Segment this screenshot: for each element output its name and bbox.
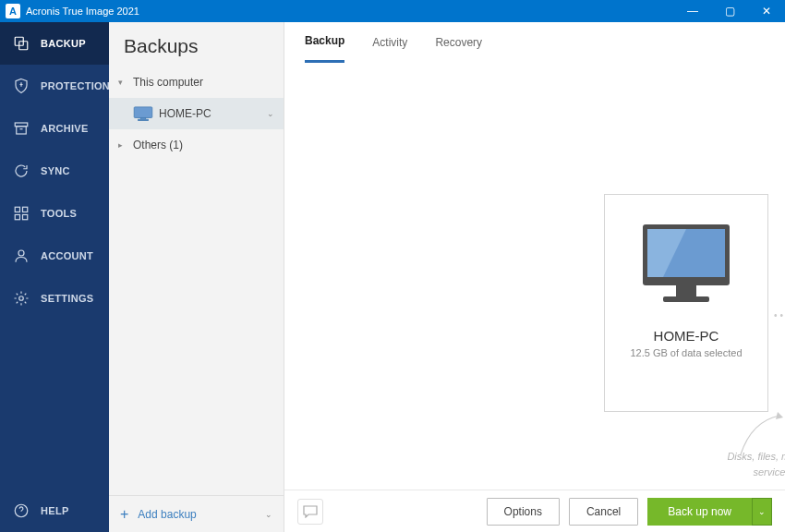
tab-recovery[interactable]: Recovery xyxy=(435,23,482,62)
comment-button[interactable] xyxy=(297,499,323,525)
minimize-button[interactable]: — xyxy=(674,0,711,22)
sidebar-item-help[interactable]: HELP xyxy=(0,490,109,532)
app-logo: A xyxy=(6,4,20,18)
close-button[interactable]: ✕ xyxy=(748,0,785,22)
sidebar-item-settings[interactable]: SETTINGS xyxy=(0,277,109,320)
sidebar-item-tools[interactable]: TOOLS xyxy=(0,192,109,235)
sync-icon xyxy=(13,163,30,179)
sidebar-item-backup[interactable]: BACKUP xyxy=(0,22,109,65)
gear-icon xyxy=(13,290,30,307)
tree-item-home-pc[interactable]: HOME-PC ⌄ xyxy=(109,98,284,129)
tree-group-this-computer[interactable]: ▾ This computer xyxy=(109,66,284,98)
sidebar-item-account[interactable]: ACCOUNT xyxy=(0,235,109,277)
svg-rect-18 xyxy=(663,296,709,302)
bottom-bar: Options Cancel Back up now ⌄ xyxy=(284,490,785,532)
cancel-button[interactable]: Cancel xyxy=(569,498,638,526)
shield-icon xyxy=(13,78,30,94)
app-title: Acronis True Image 2021 xyxy=(26,6,674,17)
comment-icon xyxy=(303,505,318,518)
titlebar: A Acronis True Image 2021 — ▢ ✕ xyxy=(0,0,785,22)
backup-source-card[interactable]: HOME-PC 12.5 GB of data selected xyxy=(604,194,768,412)
sidebar-item-sync[interactable]: SYNC xyxy=(0,150,109,192)
source-title: HOME-PC xyxy=(654,328,719,344)
main-area: Backup Activity Recovery HOME-PC 12.5 GB… xyxy=(284,22,785,532)
tree-group-label: Others (1) xyxy=(133,139,183,151)
tab-backup[interactable]: Backup xyxy=(305,21,344,63)
svg-rect-3 xyxy=(17,127,27,134)
backup-icon xyxy=(13,35,30,52)
sidebar-label: SYNC xyxy=(41,165,70,176)
source-subtitle: 12.5 GB of data selected xyxy=(630,347,742,358)
svg-rect-6 xyxy=(15,215,19,220)
svg-rect-11 xyxy=(134,107,152,118)
backups-panel: Backups ▾ This computer HOME-PC ⌄ ▸ Othe… xyxy=(109,22,284,532)
maximize-button[interactable]: ▢ xyxy=(711,0,748,22)
connector-dots: ••• xyxy=(774,310,785,320)
backup-now-dropdown[interactable]: ⌄ xyxy=(752,498,772,526)
svg-rect-13 xyxy=(139,119,149,120)
content: HOME-PC 12.5 GB of data selected ••• → •… xyxy=(284,63,785,490)
tree-group-label: This computer xyxy=(133,76,203,89)
backup-now-button[interactable]: Back up now xyxy=(647,498,752,526)
sidebar-label: ACCOUNT xyxy=(41,250,93,261)
chevron-down-icon[interactable]: ⌄ xyxy=(267,109,274,118)
svg-rect-4 xyxy=(15,207,19,212)
sidebar-label: SETTINGS xyxy=(41,293,93,304)
sidebar-item-archive[interactable]: ARCHIVE xyxy=(0,107,109,150)
tree-item-label: HOME-PC xyxy=(159,107,211,120)
svg-point-8 xyxy=(18,250,24,256)
tab-activity[interactable]: Activity xyxy=(372,23,407,62)
monitor-large-icon xyxy=(635,219,737,311)
sidebar-label: PROTECTION xyxy=(41,80,110,91)
sidebar-item-protection[interactable]: PROTECTION xyxy=(0,65,109,107)
options-button[interactable]: Options xyxy=(487,498,560,526)
grid-icon xyxy=(13,205,30,222)
chevron-down-icon: ▾ xyxy=(118,78,127,87)
svg-point-9 xyxy=(19,296,24,301)
sidebar-label: BACKUP xyxy=(41,38,86,49)
add-backup-button[interactable]: + Add backup ⌄ xyxy=(109,495,284,532)
user-icon xyxy=(13,248,30,264)
plus-icon: + xyxy=(120,506,128,523)
svg-rect-5 xyxy=(23,207,28,212)
monitor-icon xyxy=(133,106,153,121)
panel-heading: Backups xyxy=(109,22,284,66)
archive-icon xyxy=(13,120,30,137)
sidebar: BACKUP PROTECTION ARCHIVE SYNC TOOLS ACC… xyxy=(0,22,109,532)
help-icon xyxy=(13,502,30,519)
svg-rect-17 xyxy=(676,285,696,296)
tabs: Backup Activity Recovery xyxy=(284,22,785,63)
chevron-down-icon[interactable]: ⌄ xyxy=(265,510,272,519)
tree-group-others[interactable]: ▸ Others (1) xyxy=(109,129,284,161)
sidebar-label: TOOLS xyxy=(41,208,77,219)
hint-text: Disks, files, mobile devices, and clouds… xyxy=(720,449,785,479)
add-backup-label: Add backup xyxy=(138,508,196,521)
sidebar-label: ARCHIVE xyxy=(41,123,89,134)
sidebar-label: HELP xyxy=(41,505,69,516)
svg-rect-7 xyxy=(23,215,28,220)
chevron-right-icon: ▸ xyxy=(118,140,127,150)
